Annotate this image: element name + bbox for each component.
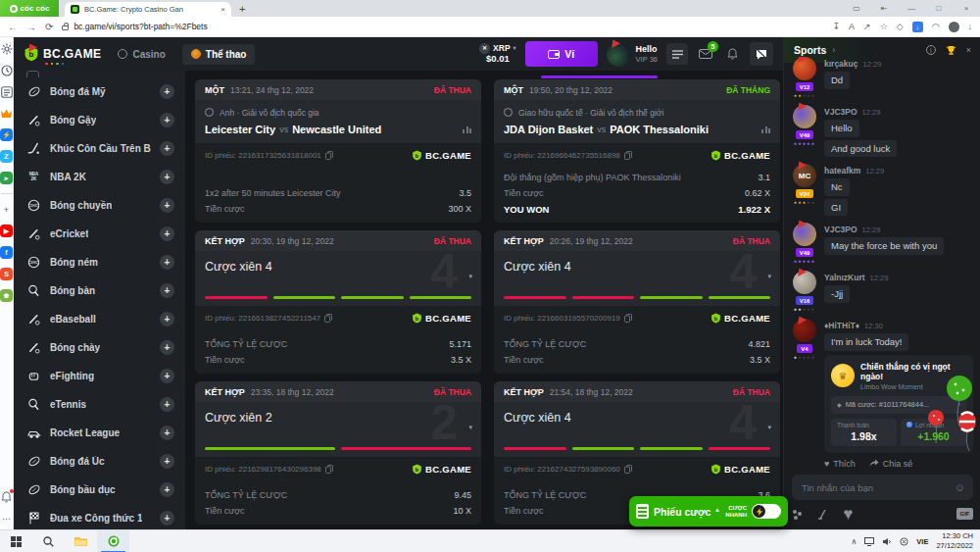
- shield-icon[interactable]: ◇: [897, 22, 904, 31]
- feed-icon[interactable]: [0, 85, 13, 98]
- history-icon[interactable]: [0, 64, 13, 76]
- chat-close-icon[interactable]: ×: [966, 45, 971, 55]
- bookmark-star-icon[interactable]: ☆: [880, 22, 888, 31]
- messenger-icon[interactable]: ⚡: [0, 128, 13, 141]
- chevron-down-icon[interactable]: ▾: [468, 273, 472, 280]
- translate-icon[interactable]: A: [849, 22, 855, 31]
- facebook-icon[interactable]: f: [0, 246, 13, 259]
- bet-card[interactable]: KẾT HỢP20:30, 19 thg 12, 2022ĐÃ THUACược…: [195, 230, 481, 374]
- copy-icon[interactable]: [624, 151, 632, 160]
- copy-icon[interactable]: [624, 314, 632, 323]
- chevron-right-icon[interactable]: ›: [832, 45, 835, 55]
- send-to-device-icon[interactable]: ⇤: [870, 4, 898, 13]
- coin-rain-icon[interactable]: [792, 509, 803, 520]
- tray-expand-icon[interactable]: ∧: [852, 537, 858, 546]
- add-to-favorites-button[interactable]: +: [160, 340, 174, 355]
- wallet-button[interactable]: Ví: [525, 41, 598, 67]
- download-blue-icon[interactable]: ↓: [912, 22, 923, 32]
- quickbet-toggle[interactable]: [752, 504, 781, 519]
- add-icon[interactable]: +: [0, 203, 13, 216]
- chevron-right-icon[interactable]: ›: [958, 400, 961, 409]
- bet-card[interactable]: KẾT HỢP23:35, 18 thg 12, 2022ĐÃ THUACược…: [195, 381, 481, 525]
- bet-event[interactable]: Cược xiên 22▾: [195, 402, 481, 457]
- user-avatar[interactable]: [793, 319, 816, 342]
- display-icon[interactable]: [864, 537, 874, 546]
- save-page-icon[interactable]: ↧: [833, 22, 841, 31]
- url-field[interactable]: bc.game/vi/sports?bt-path=%2Fbets: [62, 22, 207, 31]
- sidebar-item-ebaseball[interactable]: eBaseball+: [14, 305, 185, 333]
- bet-card[interactable]: KẾT HỢP20:26, 19 thg 12, 2022ĐÃ THUACược…: [494, 230, 780, 374]
- games-icon[interactable]: ▸: [0, 172, 13, 184]
- sidebar-item-bong-chuyen[interactable]: Bóng chuyền+: [14, 191, 185, 220]
- notifications-button[interactable]: [723, 45, 741, 63]
- chat-rules-icon[interactable]: [817, 509, 828, 520]
- sidebar-item-bong-bau-duc[interactable]: Bóng bầu dục+: [14, 476, 185, 504]
- sidebar-item-bong-nem[interactable]: Bóng ném+: [14, 248, 185, 276]
- user-avatar[interactable]: [793, 105, 816, 128]
- chat-username[interactable]: kırçakuç: [824, 59, 858, 69]
- minimize-icon[interactable]: —: [898, 4, 925, 13]
- sidebar-item-rocket-league[interactable]: Rocket League+: [14, 419, 185, 447]
- download-icon[interactable]: ↓: [968, 22, 973, 31]
- user-avatar[interactable]: [793, 223, 816, 246]
- add-to-favorites-button[interactable]: +: [160, 141, 174, 156]
- add-to-favorites-button[interactable]: +: [160, 511, 174, 526]
- coccoc-taskbar-button[interactable]: [97, 530, 129, 552]
- taskbar-search-button[interactable]: [32, 530, 65, 552]
- bcgame-logo[interactable]: b BC.GAME: [24, 46, 101, 62]
- browser-tab[interactable]: BC.Game: Crypto Casino Gan ×: [65, 2, 231, 17]
- add-to-favorites-button[interactable]: +: [160, 226, 174, 241]
- add-to-favorites-button[interactable]: +: [160, 397, 174, 412]
- file-explorer-button[interactable]: [65, 530, 97, 552]
- clover-icon[interactable]: [843, 509, 854, 520]
- add-to-favorites-button[interactable]: +: [160, 482, 174, 497]
- start-button[interactable]: [0, 530, 32, 552]
- sidebar-item-ecricket[interactable]: eCricket+: [14, 220, 185, 248]
- sidebar-item-ua-xe-cong-thuc-1[interactable]: Đua xe Công thức 1+: [14, 504, 185, 529]
- extension-icon[interactable]: ◠: [932, 22, 940, 31]
- youtube-icon[interactable]: ▶: [0, 225, 13, 237]
- sidebar-item-bong-a-uc[interactable]: Bóng đá Úc+: [14, 447, 185, 476]
- chevron-down-icon[interactable]: ▾: [767, 273, 771, 280]
- bet-card[interactable]: MỘT19:50, 20 thg 12, 2022ĐÃ THẮNGGiao hữ…: [494, 79, 780, 223]
- tab-close-icon[interactable]: ×: [220, 5, 225, 14]
- close-icon[interactable]: ×: [953, 4, 980, 13]
- taskbar-clock[interactable]: 12:30 CH 27/12/2022: [936, 531, 973, 551]
- sidebar-item-bong-gay[interactable]: Bóng Gậy+: [14, 106, 185, 134]
- like-button[interactable]: ♥Thích: [824, 459, 856, 469]
- trophy-icon[interactable]: [946, 45, 956, 56]
- event-teams[interactable]: Leicester CityvsNewcastle United: [205, 124, 471, 135]
- win-share-card[interactable]: ♛Chiến thắng có vị ngọt ngào!Limbo Wow M…: [824, 355, 973, 453]
- keyboard-language[interactable]: VIE: [916, 537, 928, 546]
- chat-channel-title[interactable]: Sports: [794, 44, 826, 56]
- add-to-favorites-button[interactable]: +: [160, 454, 174, 469]
- notification-bell-icon[interactable]: [0, 490, 13, 503]
- bet-event[interactable]: Cược xiên 44▾: [494, 251, 780, 306]
- user-avatar[interactable]: MC: [793, 164, 816, 187]
- chat-username[interactable]: VJC3PO: [824, 107, 858, 117]
- chat-message-input[interactable]: [800, 481, 955, 494]
- chat-username[interactable]: VJC3PO: [824, 225, 858, 234]
- sidebar-item-clipped[interactable]: [14, 71, 185, 77]
- sidebar-item-khuc-con-cau-tren-bang[interactable]: Khúc Côn Cầu Trên Băng+: [14, 134, 185, 163]
- nav-sports[interactable]: Thể thao: [182, 44, 256, 65]
- add-to-favorites-button[interactable]: +: [160, 312, 174, 326]
- copy-icon[interactable]: [325, 465, 333, 474]
- maximize-icon[interactable]: □: [925, 4, 953, 13]
- bet-list-button[interactable]: [666, 43, 688, 65]
- add-to-favorites-button[interactable]: +: [160, 198, 174, 213]
- disconnect-icon[interactable]: [900, 537, 908, 546]
- mail-button[interactable]: 5: [697, 45, 714, 63]
- crown-icon[interactable]: [0, 107, 13, 120]
- sidebar-item-bong-chay[interactable]: Bóng chày+: [14, 333, 185, 362]
- share-icon[interactable]: ↗: [863, 22, 871, 31]
- add-to-favorites-button[interactable]: +: [160, 170, 174, 184]
- balance-selector[interactable]: ✕ XRP ▾ $0.01: [479, 43, 516, 65]
- betslip-button[interactable]: Phiếu cược ▴ CƯỢCNHANH: [629, 496, 788, 527]
- new-tab-button[interactable]: +: [231, 0, 253, 17]
- copy-icon[interactable]: [324, 314, 332, 323]
- chat-toggle-button[interactable]: [750, 42, 773, 66]
- chat-username[interactable]: YalnızKurt: [824, 273, 865, 282]
- stats-icon[interactable]: [463, 126, 471, 133]
- user-avatar[interactable]: [793, 57, 816, 80]
